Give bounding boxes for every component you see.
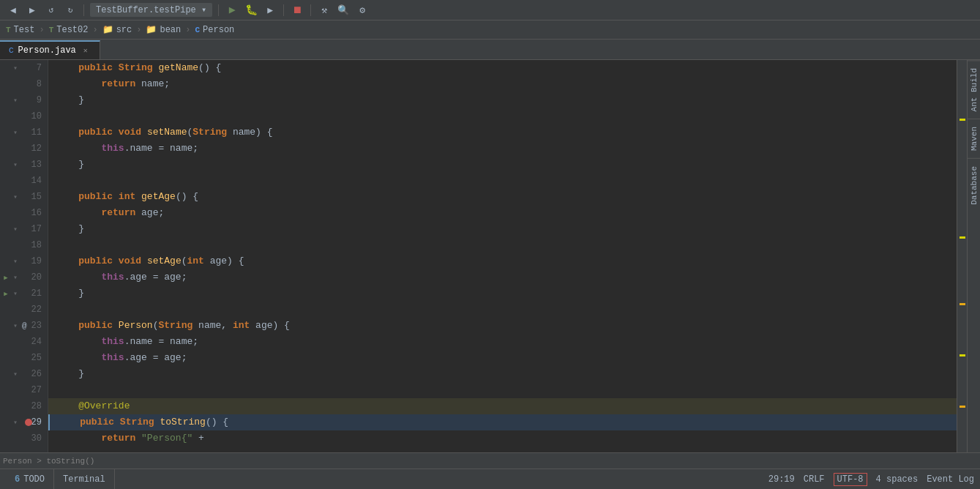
code-line-28: @Override [48,398,957,414]
gutter-line-14: 14 [12,173,48,189]
code-line-17: } [48,221,957,237]
fold-icon-19[interactable]: ▾ [13,257,18,266]
gutter-line-11: ▾11 [12,124,48,141]
breakpoint-29[interactable] [25,419,32,426]
run-config-selector[interactable]: TestBuffer.testPipe ▾ [90,3,212,17]
separator-1 [83,4,84,16]
gutter-line-19: ▾19 [12,253,48,269]
undo-button[interactable]: ↺ [44,3,59,18]
stop-button[interactable]: ⏹ [290,3,304,18]
gutter-line-21: ▾21 [12,285,48,302]
breadcrumb-bean[interactable]: 📁 bean [146,24,181,35]
indent-setting[interactable]: 4 spaces [876,474,919,485]
scroll-marker [960,354,965,357]
gutter-line-16: 16 [12,205,48,221]
scroll-marker [960,119,965,121]
gutter-line-9: ▾9 [12,92,48,108]
debug-arrow-20: ▶ [0,269,12,285]
scrollbar-track[interactable] [957,60,967,452]
code-line-16: return age; [48,205,957,221]
ant-build-panel[interactable]: Ant Build [968,60,980,119]
tabs-bar: C Person.java ✕ [0,40,980,60]
code-line-22 [48,302,957,318]
maven-panel[interactable]: Maven [968,119,980,158]
gutter-line-24: 24 [12,334,48,350]
tab-class-icon: C [9,46,14,55]
code-line-20: this.age = age; [48,269,957,285]
gutter-line-12: 12 [12,141,48,157]
class-icon: C [195,26,200,34]
event-log-button[interactable]: Event Log [927,474,974,485]
gutter-line-27: 27 [12,382,48,398]
code-line-8: return name; [48,76,957,92]
coverage-button[interactable]: ▶ [263,3,277,18]
fold-icon-9[interactable]: ▾ [13,96,18,105]
gutter-line-20: ▾20 [12,269,48,285]
code-line-29: public String toString() { [48,414,957,430]
gutter-line-13: ▾13 [12,157,48,173]
settings-button[interactable]: ⚙ [355,3,370,18]
code-line-23: public Person(String name, int age) { [48,318,957,334]
code-line-10 [48,108,957,124]
gutter-line-25: 25 [12,350,48,366]
fold-icon-21[interactable]: ▾ [13,289,18,298]
line-ending[interactable]: CRLF [804,474,825,485]
bean-folder-icon: 📁 [146,24,157,35]
code-line-21: } [48,285,957,302]
scroll-marker [960,303,965,305]
test02-icon: T [49,26,54,34]
back-button[interactable]: ◀ [6,3,20,18]
separator-3 [283,4,284,16]
debug-button[interactable]: 🐛 [244,3,258,18]
code-line-27 [48,382,957,398]
breadcrumb-person[interactable]: C Person [195,25,234,35]
fold-icon-11[interactable]: ▾ [13,128,18,137]
fold-icon-29[interactable]: ▾ [13,418,18,427]
breadcrumb-test[interactable]: T Test [6,25,34,35]
fold-icon-7[interactable]: ▾ [13,64,18,72]
fold-icon-26[interactable]: ▾ [13,370,18,378]
code-line-18 [48,237,957,253]
code-line-11: public void setName(String name) { [48,124,957,141]
separator-4 [310,4,311,16]
gutter-line-28: 28 [12,398,48,414]
build-button[interactable]: ⚒ [317,3,332,18]
line-number-gutter: ▾78▾910▾1112▾1314▾1516▾1718▾19▾20▾2122▾@… [12,60,48,452]
breadcrumb: T Test › T Test02 › 📁 src › 📁 bean › C P… [0,20,980,40]
database-panel[interactable]: Database [968,158,980,212]
gutter-line-17: ▾17 [12,221,48,237]
fold-icon-15[interactable]: ▾ [13,193,18,201]
code-line-26: } [48,366,957,382]
gutter-line-30: 30 [12,430,48,447]
gutter-line-22: 22 [12,302,48,318]
code-line-7: public String getName() { [48,60,957,76]
file-encoding[interactable]: UTF-8 [834,473,867,486]
todo-tab[interactable]: 6 TODO [6,469,54,490]
status-bar: 29:19 CRLF UTF-8 4 spaces Event Log [768,473,974,486]
gutter-line-29: ▾29 [12,414,48,430]
code-line-25: this.age = age; [48,350,957,366]
scroll-marker [960,236,965,239]
at-marker-23: @ [22,321,27,330]
test-icon: T [6,26,11,34]
forward-button[interactable]: ▶ [25,3,40,18]
gutter-line-23: ▾@23 [12,318,48,334]
code-area[interactable]: public String getName() { return name; }… [48,60,957,452]
fold-icon-20[interactable]: ▾ [13,273,18,282]
gutter-line-18: 18 [12,237,48,253]
search-button[interactable]: 🔍 [336,3,351,18]
fold-icon-23[interactable]: ▾ [13,321,18,330]
fold-icon-13[interactable]: ▾ [13,160,18,169]
folder-icon: 📁 [102,24,113,35]
tab-close-button[interactable]: ✕ [81,45,91,56]
terminal-tab[interactable]: Terminal [54,469,115,490]
fold-icon-17[interactable]: ▾ [13,225,18,234]
breadcrumb-src[interactable]: 📁 src [102,24,132,35]
run-button[interactable]: ▶ [225,3,239,18]
debug-arrow-21: ▶ [0,285,12,302]
tab-person-java[interactable]: C Person.java ✕ [0,40,100,59]
cursor-position[interactable]: 29:19 [768,474,795,485]
code-line-13: } [48,157,957,173]
breadcrumb-test02[interactable]: T Test02 [49,25,89,35]
redo-button[interactable]: ↻ [63,3,78,18]
